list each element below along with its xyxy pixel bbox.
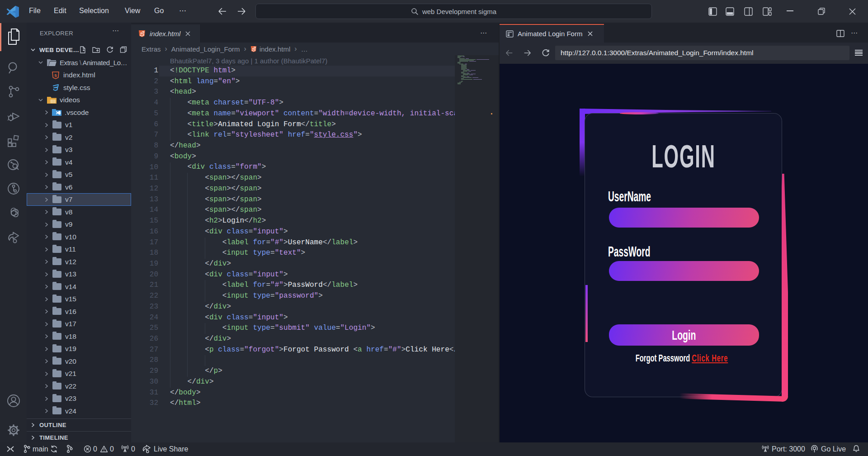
svg-text:5: 5 [54,73,57,77]
